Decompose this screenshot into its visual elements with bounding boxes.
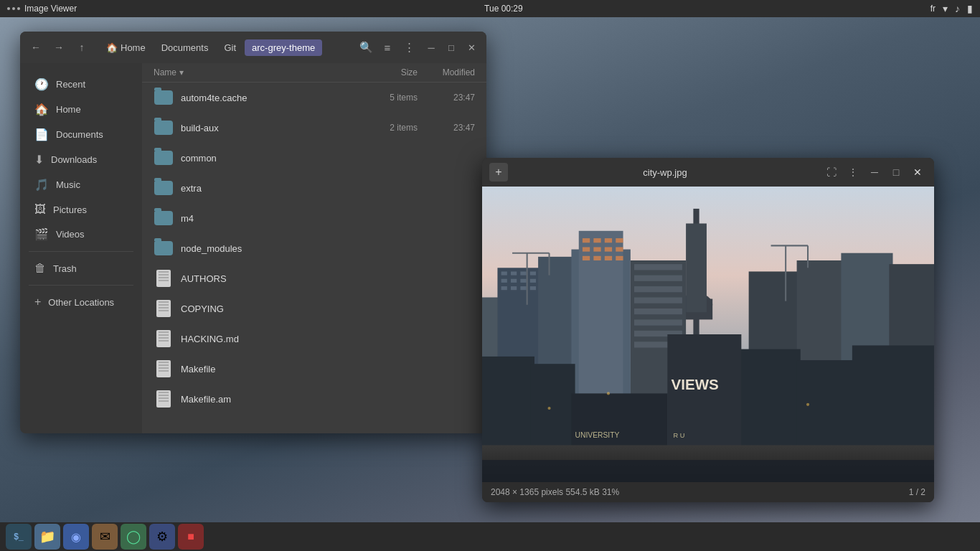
file-list: Name ▾ Size Modified autom4te.cache 5 it… <box>142 63 486 433</box>
svg-rect-26 <box>530 279 536 283</box>
file-icon <box>154 268 174 288</box>
sidebar-item-documents[interactable]: 📄 Documents <box>23 122 139 147</box>
image-page: 1 / 2 <box>909 487 925 497</box>
svg-rect-69 <box>482 460 934 482</box>
file-list-header: Name ▾ Size Modified <box>142 63 486 83</box>
sidebar-item-trash[interactable]: 🗑 Trash <box>23 256 139 281</box>
svg-rect-43 <box>605 256 612 260</box>
topbar-right: fr ▾ ♪ ▮ <box>930 3 973 14</box>
taskbar-settings[interactable]: ⚙ <box>149 524 175 550</box>
breadcrumb-home[interactable]: 🏠 Home <box>99 39 153 56</box>
svg-rect-35 <box>605 238 612 242</box>
home-icon: 🏠 <box>106 42 118 53</box>
sound-icon: ♪ <box>955 3 960 14</box>
add-button[interactable]: + <box>489 163 508 182</box>
fullscreen-button[interactable]: ⛶ <box>822 163 841 182</box>
topbar: Image Viewer Tue 00:29 fr ▾ ♪ ▮ <box>0 0 980 17</box>
svg-rect-42 <box>593 256 600 260</box>
minimize-button[interactable]: ─ <box>865 163 884 182</box>
forward-button[interactable]: → <box>49 37 69 57</box>
list-item[interactable]: node_modules <box>142 233 486 263</box>
list-item[interactable]: extra <box>142 173 486 203</box>
breadcrumb-git[interactable]: Git <box>217 39 243 56</box>
taskbar-browser[interactable]: ◉ <box>63 524 89 550</box>
close-button[interactable]: ✕ <box>462 38 481 57</box>
svg-rect-39 <box>605 247 612 251</box>
menu-button[interactable]: ⋮ <box>399 37 419 57</box>
col-size: Size <box>360 67 418 77</box>
mail-icon: ✉ <box>100 529 110 545</box>
svg-rect-19 <box>501 271 507 275</box>
svg-text:VIEWS: VIEWS <box>672 376 719 392</box>
file-icon <box>154 329 174 349</box>
view-toggle-button[interactable]: ≡ <box>377 37 397 57</box>
col-modified: Modified <box>418 67 475 77</box>
search-button[interactable]: 🔍 <box>356 37 376 57</box>
overflow-menu-button[interactable]: ⋮ <box>844 163 862 182</box>
taskbar-terminal[interactable]: $_ <box>6 524 32 550</box>
sidebar-item-downloads[interactable]: ⬇ Downloads <box>23 147 139 172</box>
breadcrumb-documents[interactable]: Documents <box>154 39 216 56</box>
sidebar-item-home[interactable]: 🏠 Home <box>23 97 139 122</box>
maximize-button[interactable]: □ <box>442 38 461 57</box>
image-area[interactable]: VIEWS UNIVERSITY R U <box>482 187 934 482</box>
svg-rect-16 <box>686 224 707 313</box>
list-item[interactable]: build-aux 2 items 23:47 <box>142 113 486 143</box>
breadcrumb: 🏠 Home Documents Git arc-grey-theme <box>99 39 349 56</box>
up-button[interactable]: ↑ <box>72 37 92 57</box>
close-button[interactable]: ✕ <box>908 163 927 182</box>
list-item[interactable]: AUTHORS <box>142 263 486 293</box>
city-image-svg: VIEWS UNIVERSITY R U <box>482 187 934 482</box>
svg-rect-37 <box>583 247 590 251</box>
trash-icon: 🗑 <box>34 262 46 275</box>
add-location-icon: + <box>34 296 41 309</box>
list-item[interactable]: Makefile.am <box>142 384 486 414</box>
image-viewer-titlebar: + city-wp.jpg ⛶ ⋮ ─ □ ✕ <box>482 158 934 187</box>
svg-rect-38 <box>593 247 600 251</box>
topbar-app-title: Image Viewer <box>24 4 77 14</box>
list-item[interactable]: COPYING <box>142 293 486 324</box>
svg-text:R U: R U <box>674 432 685 439</box>
taskbar-red[interactable]: ■ <box>178 524 204 550</box>
list-item[interactable]: HACKING.md <box>142 324 486 354</box>
list-item[interactable]: common <box>142 143 486 173</box>
sidebar-item-videos[interactable]: 🎬 Videos <box>23 222 139 247</box>
sidebar-divider-2 <box>29 285 133 286</box>
svg-rect-44 <box>616 256 623 260</box>
svg-rect-50 <box>634 309 682 314</box>
restore-button[interactable]: □ <box>887 163 905 182</box>
wifi-icon: ▾ <box>943 3 948 14</box>
files-icon: 📁 <box>39 529 55 545</box>
back-button[interactable]: ← <box>26 37 46 57</box>
list-item[interactable]: m4 <box>142 203 486 233</box>
videos-icon: 🎬 <box>34 227 49 241</box>
folder-icon <box>154 238 174 258</box>
svg-text:UNIVERSITY: UNIVERSITY <box>575 431 620 439</box>
svg-rect-34 <box>593 238 600 242</box>
minimize-button[interactable]: ─ <box>422 38 440 57</box>
taskbar-files[interactable]: 📁 <box>34 524 60 550</box>
svg-rect-22 <box>530 271 536 275</box>
topbar-dots[interactable] <box>7 7 20 10</box>
taskbar-green[interactable]: ◯ <box>121 524 146 550</box>
svg-rect-30 <box>530 286 536 290</box>
svg-rect-48 <box>634 286 682 292</box>
documents-icon: 📄 <box>34 128 49 141</box>
breadcrumb-arc-grey-theme[interactable]: arc-grey-theme <box>245 39 322 56</box>
sidebar: 🕐 Recent 🏠 Home 📄 Documents ⬇ Downloads … <box>20 63 142 433</box>
green-app-icon: ◯ <box>126 529 141 545</box>
list-item[interactable]: Makefile <box>142 354 486 384</box>
file-manager-titlebar: ← → ↑ 🏠 Home Documents Git arc-grey-them… <box>20 32 486 63</box>
sidebar-item-pictures[interactable]: 🖼 Pictures <box>23 197 139 222</box>
sidebar-item-recent[interactable]: 🕐 Recent <box>23 72 139 97</box>
sidebar-item-music[interactable]: 🎵 Music <box>23 172 139 197</box>
sidebar-item-other-locations[interactable]: + Other Locations <box>23 290 139 314</box>
taskbar-mail[interactable]: ✉ <box>92 524 118 550</box>
svg-point-76 <box>547 407 550 410</box>
list-item[interactable]: autom4te.cache 5 items 23:47 <box>142 83 486 113</box>
svg-rect-47 <box>634 276 682 281</box>
col-name[interactable]: Name ▾ <box>154 67 360 77</box>
svg-rect-27 <box>501 286 507 290</box>
image-filesize: 554.5 kB <box>565 487 599 497</box>
downloads-icon: ⬇ <box>34 153 44 166</box>
